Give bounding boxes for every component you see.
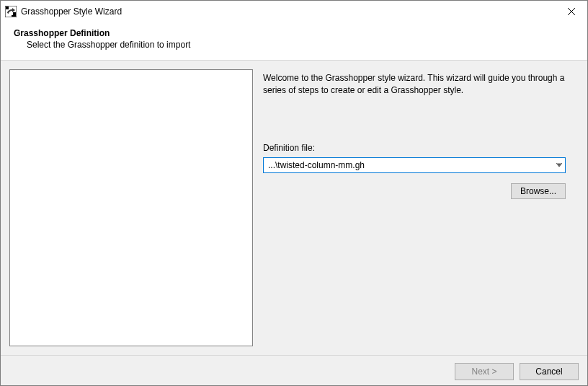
chevron-down-icon <box>556 163 562 167</box>
browse-button[interactable]: Browse... <box>511 183 566 199</box>
page-title: Grasshopper Definition <box>14 28 587 38</box>
cancel-button[interactable]: Cancel <box>520 363 579 380</box>
content-area: Welcome to the Grasshopper style wizard.… <box>1 61 587 355</box>
page-subtitle: Select the Grasshopper definition to imp… <box>27 40 587 50</box>
close-button[interactable] <box>556 1 587 22</box>
wizard-footer: Next > Cancel <box>1 355 587 386</box>
app-icon <box>5 6 17 17</box>
close-icon <box>568 8 575 15</box>
titlebar: Grasshopper Style Wizard <box>1 1 587 22</box>
next-button-label: Next > <box>471 367 496 377</box>
definition-file-combobox[interactable]: ...\twisted-column-mm.gh <box>263 157 566 173</box>
preview-pane <box>9 69 253 346</box>
intro-text: Welcome to the Grasshopper style wizard.… <box>263 72 574 97</box>
form-pane: Welcome to the Grasshopper style wizard.… <box>262 69 579 346</box>
next-button[interactable]: Next > <box>455 363 514 380</box>
wizard-header: Grasshopper Definition Select the Grassh… <box>1 22 587 61</box>
browse-button-label: Browse... <box>520 186 556 196</box>
definition-file-value: ...\twisted-column-mm.gh <box>268 160 365 170</box>
definition-file-label: Definition file: <box>263 143 577 153</box>
window-title: Grasshopper Style Wizard <box>21 6 556 17</box>
cancel-button-label: Cancel <box>535 367 562 377</box>
